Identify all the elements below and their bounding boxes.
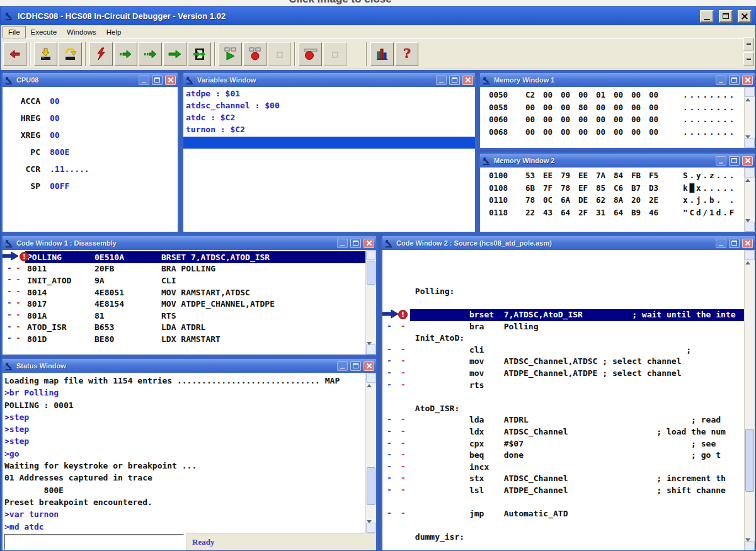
row-gutter[interactable]: -- xyxy=(382,321,410,333)
toggle-breakpoint-button[interactable] xyxy=(299,42,322,66)
scroll-thumb[interactable] xyxy=(367,467,375,505)
breakpoint-marker-icon[interactable]: - xyxy=(401,485,406,494)
toolbar-scroll-down-button[interactable] xyxy=(743,52,754,65)
source-row[interactable] xyxy=(382,543,744,550)
source-row[interactable] xyxy=(382,251,744,263)
variable-item[interactable]: atdc : $C2 xyxy=(183,113,475,125)
step-button[interactable] xyxy=(114,42,137,66)
source-row[interactable]: -- lsl ATDPE_Channel ; shift channe xyxy=(382,485,744,497)
vertical-scrollbar[interactable] xyxy=(365,373,376,533)
scroll-down-button[interactable] xyxy=(366,344,376,355)
memory-window-1-titlebar[interactable]: Memory Window 1 xyxy=(480,73,755,87)
source-row[interactable]: -- stx ATDSC_Channel ; increment th xyxy=(382,473,744,485)
set-breakpoint-button[interactable] xyxy=(243,42,266,66)
vertical-scrollbar[interactable] xyxy=(744,250,755,550)
breakpoint-marker-icon[interactable]: - xyxy=(401,450,406,459)
row-gutter[interactable] xyxy=(382,251,410,263)
scroll-down-button[interactable] xyxy=(366,523,376,533)
breakpoint-marker-icon[interactable]: - xyxy=(401,438,406,448)
scroll-thumb[interactable] xyxy=(367,261,375,285)
breakpoint-icon[interactable]: ! xyxy=(20,252,29,261)
close-button[interactable] xyxy=(742,156,753,166)
source-row[interactable]: -- cli ; xyxy=(382,344,744,356)
code-window-2-titlebar[interactable]: Code Window 2 : Source (hcs08_atd_pole.a… xyxy=(382,236,755,250)
row-gutter[interactable]: -- xyxy=(382,462,410,474)
command-input[interactable] xyxy=(4,534,184,550)
row-gutter[interactable] xyxy=(382,531,410,543)
row-gutter[interactable]: -- xyxy=(382,426,410,438)
reset-button[interactable] xyxy=(89,42,113,66)
close-button[interactable] xyxy=(738,10,752,23)
source-row[interactable]: dummy_isr: xyxy=(382,531,744,543)
row-gutter[interactable]: -- xyxy=(382,414,410,426)
row-gutter[interactable] xyxy=(382,391,410,403)
status-window-titlebar[interactable]: Status Window xyxy=(3,359,376,373)
close-button[interactable] xyxy=(364,239,374,248)
row-gutter[interactable]: -- xyxy=(382,508,410,520)
go-button[interactable] xyxy=(163,42,186,66)
statistics-button[interactable] xyxy=(370,42,394,66)
multi-step-button[interactable] xyxy=(139,42,162,66)
close-button[interactable] xyxy=(165,76,176,85)
clear-breakpoint-button[interactable] xyxy=(268,42,291,66)
menu-file[interactable]: File xyxy=(3,26,26,38)
breakpoint-marker-icon[interactable]: - xyxy=(401,344,406,354)
maximize-button[interactable] xyxy=(350,361,361,371)
breakpoint-marker-icon[interactable]: - xyxy=(16,298,21,307)
breakpoint-marker-icon[interactable]: - xyxy=(16,287,21,296)
menu-execute[interactable]: Execute xyxy=(26,26,62,38)
app-titlebar[interactable]: ICDHCS08 - HCS08 In-Circuit Debugger - V… xyxy=(1,7,755,25)
breakpoint-marker-icon[interactable]: - xyxy=(16,275,21,284)
breakpoint-marker-icon[interactable]: - xyxy=(401,508,406,518)
minimize-button[interactable] xyxy=(700,10,714,23)
load-map-button[interactable] xyxy=(59,42,82,66)
toolbar-scroll-up-button[interactable] xyxy=(743,37,754,50)
row-gutter[interactable]: ! xyxy=(382,309,410,321)
close-button[interactable] xyxy=(462,76,473,85)
maximize-button[interactable] xyxy=(729,239,740,248)
memory-window-2-titlebar[interactable]: Memory Window 2 xyxy=(480,154,755,168)
go-till-exit-button[interactable] xyxy=(188,42,211,66)
source-row[interactable] xyxy=(382,263,744,275)
source-row[interactable]: Init_AtoD: xyxy=(382,332,744,344)
clear-all-breakpoints-button[interactable] xyxy=(323,42,346,66)
scroll-down-button[interactable] xyxy=(745,222,755,232)
row-gutter[interactable] xyxy=(382,332,410,344)
help-button[interactable]: ? xyxy=(395,42,418,66)
menu-help[interactable]: Help xyxy=(101,26,127,38)
source-row[interactable] xyxy=(382,297,744,309)
source-row[interactable] xyxy=(382,496,744,508)
disassembly-row[interactable]: --80174E8154MOV ATDPE_CHANNEL,ATDPE xyxy=(3,298,365,310)
row-gutter[interactable]: -- xyxy=(382,368,410,380)
scroll-up-button[interactable] xyxy=(366,250,376,260)
source-row[interactable]: Polling: xyxy=(382,286,744,298)
row-gutter[interactable] xyxy=(382,297,410,309)
disassembly-row[interactable]: --801120FBBRA POLLING xyxy=(3,263,365,275)
load-s19-button[interactable] xyxy=(34,42,57,66)
row-gutter[interactable] xyxy=(382,403,410,415)
scroll-up-button[interactable] xyxy=(745,87,755,97)
row-gutter[interactable]: -- xyxy=(3,287,25,298)
row-gutter[interactable]: -- xyxy=(3,322,25,334)
source-row[interactable]: -- rts xyxy=(382,380,744,392)
scroll-up-button[interactable] xyxy=(366,373,376,383)
minimize-button[interactable] xyxy=(436,76,447,85)
scroll-down-button[interactable] xyxy=(745,541,755,550)
register-value[interactable]: 00FF xyxy=(50,181,69,191)
row-gutter[interactable] xyxy=(382,543,410,550)
row-gutter[interactable]: -- xyxy=(382,473,410,485)
scroll-down-button[interactable] xyxy=(745,138,755,148)
minimize-button[interactable] xyxy=(337,361,348,371)
variables-window-titlebar[interactable]: Variables Window xyxy=(183,73,475,87)
maximize-button[interactable] xyxy=(350,239,361,248)
register-value[interactable]: 00 xyxy=(50,113,60,123)
row-gutter[interactable]: -- xyxy=(3,275,25,287)
variable-item[interactable]: atdpe : $01 xyxy=(183,89,475,101)
code-window-1-titlebar[interactable]: Code Window 1 : Disassembly xyxy=(3,236,376,250)
disassembly-row[interactable]: --801DBE80LDX RAMSTART xyxy=(3,333,365,345)
minimize-button[interactable] xyxy=(716,156,726,166)
scroll-up-button[interactable] xyxy=(745,250,755,260)
source-row[interactable]: -- cpx #$07 ; see xyxy=(382,438,744,450)
breakpoint-marker-icon[interactable]: - xyxy=(401,414,406,424)
vertical-scrollbar[interactable] xyxy=(744,87,755,148)
